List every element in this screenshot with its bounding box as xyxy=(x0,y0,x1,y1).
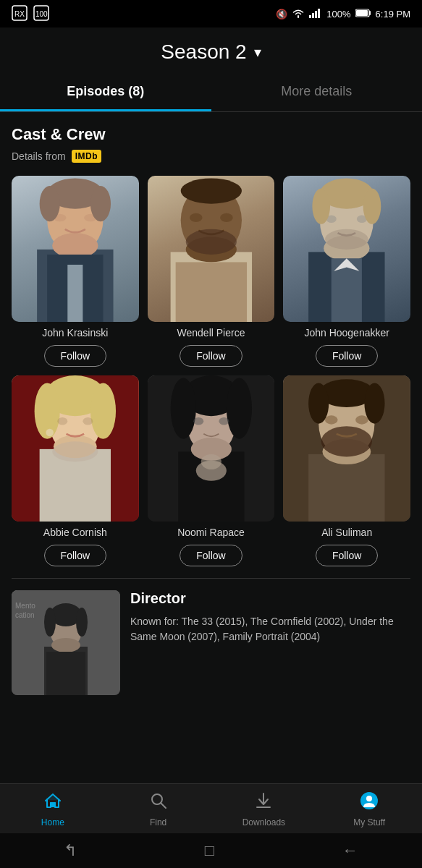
nav-find-label: Find xyxy=(150,817,166,827)
cast-card-suliman: Ali Suliman Follow xyxy=(283,375,410,566)
cast-photo-suliman xyxy=(283,375,410,522)
follow-button-rapace[interactable]: Follow xyxy=(180,545,242,566)
cast-card-hoogenakker: John Hoogenakker Follow xyxy=(283,176,410,367)
cast-photo-pierce xyxy=(148,176,275,322)
tab-episodes[interactable]: Episodes (8) xyxy=(0,74,211,111)
svg-line-83 xyxy=(161,803,166,808)
follow-button-pierce[interactable]: Follow xyxy=(180,345,242,367)
svg-rect-4 xyxy=(309,15,311,18)
director-label: Director xyxy=(130,590,410,607)
signal-icon xyxy=(309,8,322,20)
svg-point-87 xyxy=(366,796,372,801)
nav-downloads[interactable]: Downloads xyxy=(242,791,285,827)
mystuff-icon xyxy=(360,791,379,814)
cast-photo-hoogenakker xyxy=(283,176,410,322)
nav-home[interactable]: Home xyxy=(31,791,75,827)
svg-point-25 xyxy=(185,229,236,255)
battery-icon xyxy=(355,9,371,20)
notification-icon: 100 xyxy=(33,5,49,23)
cast-card-rapace: Noomi Rapace Follow xyxy=(148,375,275,566)
svg-rect-81 xyxy=(50,802,56,807)
follow-button-hoogenakker[interactable]: Follow xyxy=(316,345,378,367)
cast-name-hoogenakker: John Hoogenakker xyxy=(304,326,389,339)
cast-card-pierce: Wendell Pierce Follow xyxy=(148,176,275,367)
svg-point-68 xyxy=(365,383,385,424)
svg-point-19 xyxy=(90,186,111,221)
svg-point-70 xyxy=(355,416,368,425)
svg-rect-27 xyxy=(175,262,246,322)
bottom-nav: Home Find Downloads My xyxy=(0,783,422,833)
svg-point-33 xyxy=(325,229,368,250)
section-divider xyxy=(12,578,410,579)
svg-point-49 xyxy=(52,442,98,462)
cast-name-rapace: Noomi Rapace xyxy=(177,526,245,539)
nav-mystuff[interactable]: My Stuff xyxy=(347,791,391,827)
svg-text:Mento: Mento xyxy=(15,602,35,610)
svg-rect-5 xyxy=(312,13,314,18)
cast-photo-rapace xyxy=(148,375,275,522)
svg-point-26 xyxy=(180,179,241,204)
director-info: Director Known for: The 33 (2015), The C… xyxy=(130,590,410,695)
status-bar: RX 100 🔇 100% xyxy=(0,0,422,27)
nav-home-label: Home xyxy=(41,817,64,827)
svg-text:RX: RX xyxy=(14,10,25,18)
svg-point-57 xyxy=(193,417,203,425)
back-button[interactable]: ← xyxy=(342,841,358,860)
svg-point-67 xyxy=(308,383,329,424)
cast-card-cornish: Abbie Cornish Follow xyxy=(12,375,139,566)
svg-rect-6 xyxy=(315,11,317,18)
time-display: 6:19 PM xyxy=(376,9,410,20)
director-section: Mento cation Director Known for: The 33 … xyxy=(12,590,410,695)
cast-name-krasinski: John Krasinski xyxy=(42,326,108,339)
home-icon xyxy=(43,791,62,814)
svg-point-58 xyxy=(219,417,229,425)
svg-point-35 xyxy=(313,189,331,224)
svg-point-60 xyxy=(201,454,221,469)
cast-card-krasinski: John Krasinski Follow xyxy=(12,176,139,367)
svg-point-23 xyxy=(190,213,203,222)
director-photo: Mento cation xyxy=(12,590,120,695)
svg-point-48 xyxy=(46,429,54,437)
status-right-info: 🔇 100% 6:19 PM xyxy=(276,8,410,20)
battery-percent: 100% xyxy=(326,9,350,20)
svg-point-36 xyxy=(363,189,381,224)
follow-button-suliman[interactable]: Follow xyxy=(316,545,378,566)
main-content: Cast & Crew Details from IMDb xyxy=(0,112,422,695)
season-header[interactable]: Season 2 ▾ xyxy=(0,27,422,74)
nav-mystuff-label: My Stuff xyxy=(353,817,385,827)
cast-photo-krasinski xyxy=(12,176,139,322)
director-known-for: Known for: The 33 (2015), The Cornfield … xyxy=(130,614,410,644)
cast-name-pierce: Wendell Pierce xyxy=(177,326,245,339)
svg-rect-80 xyxy=(46,652,85,695)
find-icon xyxy=(149,791,168,814)
details-from-text: Details from xyxy=(12,150,66,162)
downloads-icon xyxy=(254,791,273,814)
follow-button-krasinski[interactable]: Follow xyxy=(44,345,106,367)
follow-button-cornish[interactable]: Follow xyxy=(44,545,106,566)
svg-point-46 xyxy=(57,417,67,425)
svg-point-65 xyxy=(321,426,372,456)
svg-point-56 xyxy=(227,378,252,439)
svg-point-24 xyxy=(220,213,233,222)
tabs-bar: Episodes (8) More details xyxy=(0,74,422,112)
svg-point-69 xyxy=(325,416,338,425)
nav-find[interactable]: Find xyxy=(137,791,180,827)
svg-rect-37 xyxy=(332,258,362,322)
status-left-icons: RX 100 xyxy=(12,5,49,23)
svg-text:100: 100 xyxy=(35,10,48,18)
svg-point-76 xyxy=(51,638,80,652)
rx-icon: RX xyxy=(12,5,28,23)
tab-more-details[interactable]: More details xyxy=(211,74,423,111)
svg-point-45 xyxy=(90,383,116,439)
mute-icon: 🔇 xyxy=(276,9,287,20)
svg-text:cation: cation xyxy=(15,611,35,619)
svg-rect-9 xyxy=(356,10,368,16)
home-button[interactable]: □ xyxy=(205,841,214,860)
cast-photo-cornish xyxy=(12,375,139,522)
nav-downloads-label: Downloads xyxy=(242,817,285,827)
svg-point-47 xyxy=(83,417,93,425)
cast-crew-title: Cast & Crew xyxy=(12,125,410,144)
recent-apps-button[interactable]: ↰ xyxy=(64,841,77,860)
svg-rect-14 xyxy=(67,265,83,322)
season-dropdown-icon[interactable]: ▾ xyxy=(254,43,261,61)
